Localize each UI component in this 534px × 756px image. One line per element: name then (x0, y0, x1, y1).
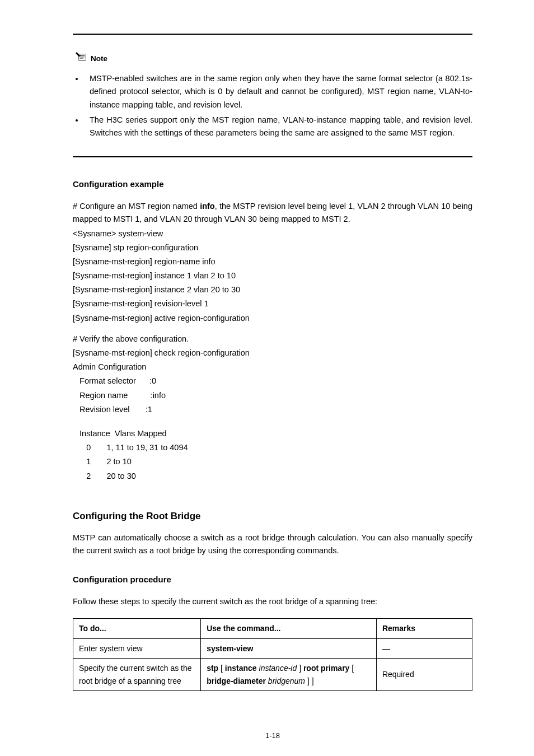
cli-line: Instance Vlans Mapped (73, 427, 472, 440)
verify-line: # Verify the above configuration. (73, 333, 472, 346)
cmd-keyword: root primary (301, 664, 352, 673)
cmd-arg: instance-id (257, 664, 299, 673)
note-icon (75, 52, 88, 66)
root-bridge-intro: MSTP can automatically choose a switch a… (73, 531, 472, 557)
table-row: Enter system view system-view — (73, 638, 472, 658)
cmd-keyword: instance (225, 664, 257, 673)
cmd-bracket: [ (352, 664, 354, 673)
note-bullet: MSTP-enabled switches are in the same re… (84, 72, 472, 111)
procedure-intro: Follow these steps to specify the curren… (73, 595, 472, 608)
procedure-heading: Configuration procedure (73, 573, 472, 586)
config-example-heading: Configuration example (73, 178, 472, 191)
cell-todo: Specify the current switch as the root b… (73, 659, 201, 691)
cell-remarks: — (376, 638, 472, 658)
cli-line: <Sysname> system-view (73, 227, 472, 240)
cell-cmd: system-view (201, 638, 377, 658)
root-bridge-heading: Configuring the Root Bridge (73, 508, 472, 524)
note-header: Note (75, 52, 472, 66)
cli-line: 2 20 to 30 (73, 470, 472, 483)
cell-cmd: stp [ instance instance-id ] root primar… (201, 659, 377, 691)
note-block: Note MSTP-enabled switches are in the sa… (73, 52, 472, 139)
cmd-keyword: system-view (207, 644, 253, 653)
table-row: Specify the current switch as the root b… (73, 659, 472, 691)
cell-todo: Enter system view (73, 638, 201, 658)
page-number: 1-18 (73, 730, 472, 742)
col-header-cmd: Use the command... (201, 619, 377, 638)
cmd-arg: bridgenum (266, 676, 307, 685)
col-header-remarks: Remarks (376, 619, 472, 638)
note-bullet: The H3C series support only the MST regi… (84, 114, 472, 139)
cli-line: [Sysname-mst-region] region-name info (73, 255, 472, 268)
cmd-bracket: ] ] (307, 676, 314, 685)
cli-line: Admin Configuration (73, 361, 472, 374)
cli-line: [Sysname-mst-region] check region-config… (73, 347, 472, 360)
cli-line: Revision level :1 (73, 403, 472, 416)
cmd-keyword: bridge-diameter (207, 676, 266, 685)
cmd-keyword: stp (207, 664, 221, 673)
cli-line: 0 1, 11 to 19, 31 to 4094 (73, 441, 472, 454)
cli-line: Format selector :0 (73, 375, 472, 388)
region-name-value: info (200, 202, 215, 211)
cli-line: Region name :info (73, 389, 472, 402)
note-bullet-list: MSTP-enabled switches are in the same re… (84, 72, 472, 139)
text: # Configure an MST region named (73, 202, 200, 211)
cmd-bracket: [ (221, 664, 225, 673)
config-table: To do... Use the command... Remarks Ente… (73, 618, 472, 691)
cli-line: 1 2 to 10 (73, 455, 472, 468)
config-example-intro: # Configure an MST region named info, th… (73, 200, 472, 226)
col-header-todo: To do... (73, 619, 201, 638)
table-header-row: To do... Use the command... Remarks (73, 619, 472, 638)
cli-line: [Sysname] stp region-configuration (73, 241, 472, 254)
cli-line: [Sysname-mst-region] instance 1 vlan 2 t… (73, 269, 472, 282)
cell-remarks: Required (376, 659, 472, 691)
note-label: Note (91, 54, 107, 63)
cli-line: [Sysname-mst-region] instance 2 vlan 20 … (73, 283, 472, 296)
cli-line: [Sysname-mst-region] active region-confi… (73, 312, 472, 325)
cli-line: [Sysname-mst-region] revision-level 1 (73, 297, 472, 310)
